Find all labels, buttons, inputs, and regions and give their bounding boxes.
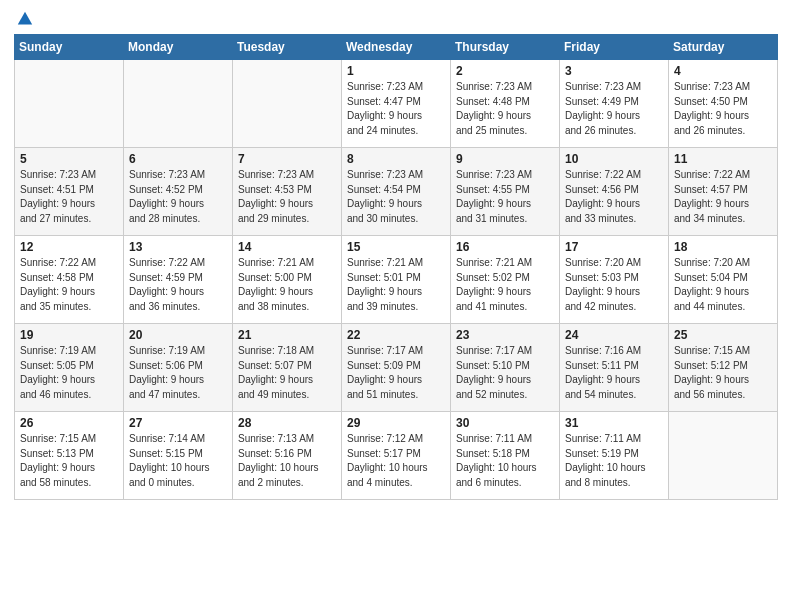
day-info: Sunrise: 7:23 AM Sunset: 4:52 PM Dayligh… [129, 168, 227, 226]
day-number: 11 [674, 152, 772, 166]
col-sunday: Sunday [15, 35, 124, 60]
calendar-cell: 19Sunrise: 7:19 AM Sunset: 5:05 PM Dayli… [15, 324, 124, 412]
calendar-cell: 23Sunrise: 7:17 AM Sunset: 5:10 PM Dayli… [451, 324, 560, 412]
calendar-cell: 26Sunrise: 7:15 AM Sunset: 5:13 PM Dayli… [15, 412, 124, 500]
day-info: Sunrise: 7:17 AM Sunset: 5:09 PM Dayligh… [347, 344, 445, 402]
calendar-cell [669, 412, 778, 500]
day-number: 3 [565, 64, 663, 78]
day-number: 15 [347, 240, 445, 254]
calendar-week-row: 12Sunrise: 7:22 AM Sunset: 4:58 PM Dayli… [15, 236, 778, 324]
calendar-cell [15, 60, 124, 148]
day-number: 26 [20, 416, 118, 430]
calendar-cell: 2Sunrise: 7:23 AM Sunset: 4:48 PM Daylig… [451, 60, 560, 148]
day-number: 14 [238, 240, 336, 254]
col-wednesday: Wednesday [342, 35, 451, 60]
day-info: Sunrise: 7:23 AM Sunset: 4:54 PM Dayligh… [347, 168, 445, 226]
day-number: 4 [674, 64, 772, 78]
day-info: Sunrise: 7:21 AM Sunset: 5:00 PM Dayligh… [238, 256, 336, 314]
day-number: 27 [129, 416, 227, 430]
calendar-cell: 1Sunrise: 7:23 AM Sunset: 4:47 PM Daylig… [342, 60, 451, 148]
day-number: 24 [565, 328, 663, 342]
day-info: Sunrise: 7:23 AM Sunset: 4:53 PM Dayligh… [238, 168, 336, 226]
day-info: Sunrise: 7:23 AM Sunset: 4:48 PM Dayligh… [456, 80, 554, 138]
day-number: 23 [456, 328, 554, 342]
day-number: 22 [347, 328, 445, 342]
calendar-week-row: 26Sunrise: 7:15 AM Sunset: 5:13 PM Dayli… [15, 412, 778, 500]
day-number: 13 [129, 240, 227, 254]
day-number: 1 [347, 64, 445, 78]
day-number: 10 [565, 152, 663, 166]
day-number: 18 [674, 240, 772, 254]
day-info: Sunrise: 7:23 AM Sunset: 4:55 PM Dayligh… [456, 168, 554, 226]
day-info: Sunrise: 7:20 AM Sunset: 5:03 PM Dayligh… [565, 256, 663, 314]
day-info: Sunrise: 7:18 AM Sunset: 5:07 PM Dayligh… [238, 344, 336, 402]
page-header [14, 10, 778, 28]
day-number: 28 [238, 416, 336, 430]
col-tuesday: Tuesday [233, 35, 342, 60]
calendar-cell: 8Sunrise: 7:23 AM Sunset: 4:54 PM Daylig… [342, 148, 451, 236]
calendar-cell: 11Sunrise: 7:22 AM Sunset: 4:57 PM Dayli… [669, 148, 778, 236]
calendar-cell: 4Sunrise: 7:23 AM Sunset: 4:50 PM Daylig… [669, 60, 778, 148]
day-number: 30 [456, 416, 554, 430]
calendar-cell: 31Sunrise: 7:11 AM Sunset: 5:19 PM Dayli… [560, 412, 669, 500]
day-info: Sunrise: 7:20 AM Sunset: 5:04 PM Dayligh… [674, 256, 772, 314]
col-thursday: Thursday [451, 35, 560, 60]
day-info: Sunrise: 7:22 AM Sunset: 4:57 PM Dayligh… [674, 168, 772, 226]
calendar-cell: 3Sunrise: 7:23 AM Sunset: 4:49 PM Daylig… [560, 60, 669, 148]
calendar-week-row: 19Sunrise: 7:19 AM Sunset: 5:05 PM Dayli… [15, 324, 778, 412]
calendar-cell: 14Sunrise: 7:21 AM Sunset: 5:00 PM Dayli… [233, 236, 342, 324]
day-number: 16 [456, 240, 554, 254]
calendar-cell: 21Sunrise: 7:18 AM Sunset: 5:07 PM Dayli… [233, 324, 342, 412]
calendar-cell: 7Sunrise: 7:23 AM Sunset: 4:53 PM Daylig… [233, 148, 342, 236]
day-info: Sunrise: 7:21 AM Sunset: 5:01 PM Dayligh… [347, 256, 445, 314]
day-info: Sunrise: 7:15 AM Sunset: 5:12 PM Dayligh… [674, 344, 772, 402]
calendar-cell: 25Sunrise: 7:15 AM Sunset: 5:12 PM Dayli… [669, 324, 778, 412]
calendar-cell: 29Sunrise: 7:12 AM Sunset: 5:17 PM Dayli… [342, 412, 451, 500]
day-info: Sunrise: 7:19 AM Sunset: 5:06 PM Dayligh… [129, 344, 227, 402]
day-number: 19 [20, 328, 118, 342]
calendar-cell: 28Sunrise: 7:13 AM Sunset: 5:16 PM Dayli… [233, 412, 342, 500]
day-info: Sunrise: 7:19 AM Sunset: 5:05 PM Dayligh… [20, 344, 118, 402]
day-info: Sunrise: 7:22 AM Sunset: 4:58 PM Dayligh… [20, 256, 118, 314]
calendar-cell: 12Sunrise: 7:22 AM Sunset: 4:58 PM Dayli… [15, 236, 124, 324]
day-number: 7 [238, 152, 336, 166]
col-friday: Friday [560, 35, 669, 60]
day-info: Sunrise: 7:16 AM Sunset: 5:11 PM Dayligh… [565, 344, 663, 402]
logo-icon [16, 10, 34, 28]
calendar-cell: 16Sunrise: 7:21 AM Sunset: 5:02 PM Dayli… [451, 236, 560, 324]
day-info: Sunrise: 7:23 AM Sunset: 4:47 PM Dayligh… [347, 80, 445, 138]
day-info: Sunrise: 7:12 AM Sunset: 5:17 PM Dayligh… [347, 432, 445, 490]
day-number: 12 [20, 240, 118, 254]
calendar-cell: 5Sunrise: 7:23 AM Sunset: 4:51 PM Daylig… [15, 148, 124, 236]
day-info: Sunrise: 7:23 AM Sunset: 4:51 PM Dayligh… [20, 168, 118, 226]
day-info: Sunrise: 7:11 AM Sunset: 5:18 PM Dayligh… [456, 432, 554, 490]
day-info: Sunrise: 7:22 AM Sunset: 4:59 PM Dayligh… [129, 256, 227, 314]
calendar-table: Sunday Monday Tuesday Wednesday Thursday… [14, 34, 778, 500]
calendar-cell: 22Sunrise: 7:17 AM Sunset: 5:09 PM Dayli… [342, 324, 451, 412]
calendar-cell: 18Sunrise: 7:20 AM Sunset: 5:04 PM Dayli… [669, 236, 778, 324]
day-info: Sunrise: 7:23 AM Sunset: 4:49 PM Dayligh… [565, 80, 663, 138]
day-number: 29 [347, 416, 445, 430]
calendar-cell: 15Sunrise: 7:21 AM Sunset: 5:01 PM Dayli… [342, 236, 451, 324]
col-saturday: Saturday [669, 35, 778, 60]
svg-marker-0 [18, 12, 32, 25]
day-number: 21 [238, 328, 336, 342]
col-monday: Monday [124, 35, 233, 60]
day-info: Sunrise: 7:22 AM Sunset: 4:56 PM Dayligh… [565, 168, 663, 226]
calendar-cell: 13Sunrise: 7:22 AM Sunset: 4:59 PM Dayli… [124, 236, 233, 324]
day-number: 5 [20, 152, 118, 166]
calendar-cell: 17Sunrise: 7:20 AM Sunset: 5:03 PM Dayli… [560, 236, 669, 324]
day-number: 25 [674, 328, 772, 342]
day-number: 8 [347, 152, 445, 166]
day-info: Sunrise: 7:23 AM Sunset: 4:50 PM Dayligh… [674, 80, 772, 138]
calendar-cell: 10Sunrise: 7:22 AM Sunset: 4:56 PM Dayli… [560, 148, 669, 236]
day-number: 31 [565, 416, 663, 430]
calendar-cell: 30Sunrise: 7:11 AM Sunset: 5:18 PM Dayli… [451, 412, 560, 500]
calendar-cell: 9Sunrise: 7:23 AM Sunset: 4:55 PM Daylig… [451, 148, 560, 236]
day-info: Sunrise: 7:14 AM Sunset: 5:15 PM Dayligh… [129, 432, 227, 490]
day-info: Sunrise: 7:21 AM Sunset: 5:02 PM Dayligh… [456, 256, 554, 314]
calendar-header-row: Sunday Monday Tuesday Wednesday Thursday… [15, 35, 778, 60]
calendar-cell [124, 60, 233, 148]
day-info: Sunrise: 7:13 AM Sunset: 5:16 PM Dayligh… [238, 432, 336, 490]
logo [14, 10, 34, 28]
